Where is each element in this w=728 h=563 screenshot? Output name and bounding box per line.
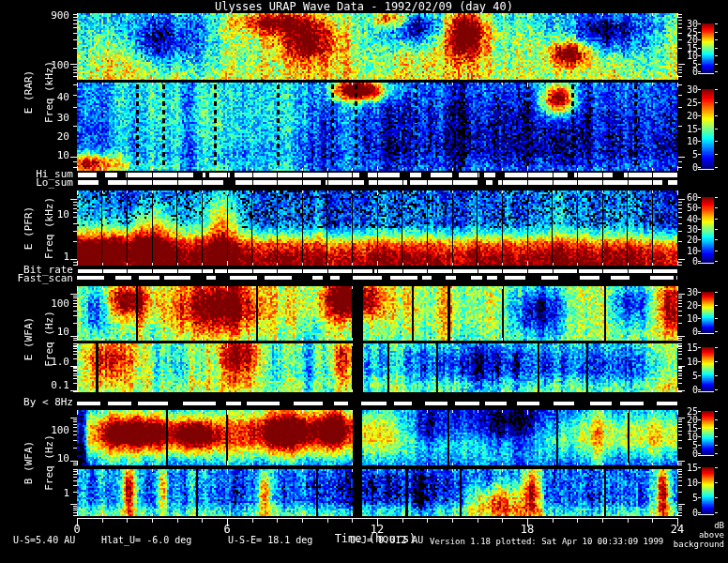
colorbar-tick-label-rar_lo: 0 (644, 163, 698, 173)
colorbar-tick-label-rar_lo: 20 (644, 112, 698, 121)
colorbar-tick-label-rar_lo: 15 (644, 125, 698, 134)
footer-param-uj: U-J= 0.012 AU (350, 536, 423, 545)
colorbar-tick-label-ewfa_lo: 5 (644, 372, 698, 381)
colorbar-tick-label-pfr: 50 (644, 204, 698, 213)
y-tick-label-pfr: 10 (15, 209, 69, 220)
colorbar-tick-label-bwfa_hi: 0 (644, 449, 698, 459)
x-tick-label: 0 (58, 524, 96, 535)
colorbar-tick-label-bwfa_lo: 15 (644, 464, 698, 473)
y-tick-label-rar_lo: 30 (15, 113, 69, 123)
footer-param-hlat: Hlat_U= -6.0 deg (101, 536, 191, 545)
colorbar-tick-label-ewfa_lo: 15 (644, 343, 698, 353)
strip-label-lo-sum: Lo_sum (8, 177, 73, 188)
colorbar-tick-label-bwfa_lo: 5 (644, 494, 698, 503)
strip-label-by-8hz: By < 8Hz (8, 397, 73, 407)
strip-label-fast-scan: Fast_scan (8, 273, 73, 283)
y-tick-label-pfr: 1 (15, 251, 69, 262)
colorbar-tick-label-ewfa_lo: 0 (644, 386, 698, 395)
colorbar-tick-label-rar_lo: 30 (644, 85, 698, 95)
y-tick-label-rar_lo: 10 (15, 150, 69, 160)
colorbar-tick-label-pfr: 30 (644, 225, 698, 235)
y-tick-label-rar_lo: 20 (15, 131, 69, 142)
y-tick-label-rar_hi: 100 (15, 60, 69, 70)
colorbar-tick-label-ewfa_hi: 10 (644, 314, 698, 324)
colorbar-tick-label-bwfa_lo: 0 (644, 509, 698, 518)
figure: Ulysses URAP Wave Data - 1992/02/09 (day… (0, 0, 728, 563)
panel-e-wfa-label: E (WFA) (23, 317, 34, 360)
y-tick-label-bwfa_hi: 10 (15, 453, 69, 464)
y-tick-label-rar_lo: 40 (15, 92, 69, 102)
colorbar-tick-label-pfr: 10 (644, 247, 698, 256)
colorbar-tick-label-ewfa_hi: 30 (644, 288, 698, 297)
colorbar-tick-label-pfr: 60 (644, 193, 698, 203)
colorbar-tick-label-rar_lo: 10 (644, 137, 698, 146)
colorbar-tick-label-ewfa_hi: 0 (644, 327, 698, 337)
colorbar-tick-label-ewfa_lo: 10 (644, 358, 698, 367)
page-title: Ulysses URAP Wave Data - 1992/02/09 (day… (0, 1, 728, 12)
colorbar-tick-label-rar_lo: 5 (644, 150, 698, 160)
footer-param-use: U-S-E= 18.1 deg (228, 536, 312, 545)
colorbar-tick-label-pfr: 40 (644, 215, 698, 224)
spectrogram-canvas (0, 0, 728, 563)
y-tick-label-ewfa_hi: 10 (15, 327, 69, 337)
version-stamp: Version 1.18 plotted: Sat Apr 10 00:33:0… (430, 537, 645, 546)
y-tick-label-rar_hi: 900 (15, 10, 69, 21)
y-tick-label-ewfa_lo: 0.1 (15, 380, 69, 390)
x-tick-label: 24 (659, 524, 696, 535)
x-tick-label: 18 (508, 524, 546, 535)
y-tick-label-bwfa_hi: 100 (15, 425, 69, 435)
footer-param-us: U-S=5.40 AU (13, 536, 75, 545)
x-tick-label: 6 (208, 524, 246, 535)
panel-e-pfr-freq-label: Freq (kHz) (44, 197, 54, 259)
colorbar-tick-label-ewfa_hi: 20 (644, 301, 698, 311)
colorbar-tick-label-pfr: 20 (644, 236, 698, 245)
colorbar-tick-label-pfr: 0 (644, 257, 698, 266)
colorbar-tick-label-bwfa_lo: 10 (644, 479, 698, 488)
y-tick-label-ewfa_hi: 100 (15, 298, 69, 309)
colorbar-tick-label-rar_hi: 0 (644, 68, 698, 77)
x-tick-label: 12 (358, 524, 396, 535)
y-tick-label-bwfa_lo: 1 (15, 488, 69, 498)
y-tick-label-ewfa_lo: 1.0 (15, 357, 69, 367)
colorbar-units-bg: background (668, 540, 724, 549)
colorbar-tick-label-rar_lo: 25 (644, 99, 698, 108)
